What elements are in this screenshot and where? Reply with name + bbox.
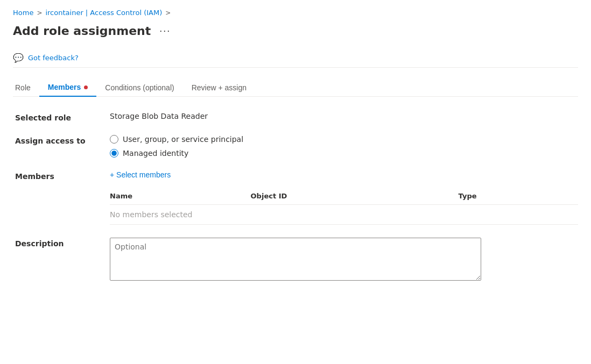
feedback-text: Got feedback?: [28, 54, 79, 62]
tab-members-dot: [84, 85, 88, 89]
tab-review[interactable]: Review + assign: [183, 78, 255, 96]
page-title: Add role assignment: [13, 24, 151, 38]
radio-managed-identity-label: Managed identity: [123, 149, 188, 158]
col-name: Name: [110, 188, 251, 205]
tab-members[interactable]: Members: [39, 78, 96, 97]
breadcrumb: Home > ircontainer | Access Control (IAM…: [13, 9, 578, 17]
radio-user-group-input[interactable]: [110, 135, 118, 144]
tab-review-label: Review + assign: [192, 83, 247, 92]
breadcrumb-container[interactable]: ircontainer | Access Control (IAM): [45, 9, 162, 17]
select-members-button[interactable]: + Select members: [110, 170, 171, 179]
page-title-row: Add role assignment ···: [13, 24, 578, 38]
selected-role-label: Selected role: [15, 112, 101, 122]
feedback-bar[interactable]: 💬 Got feedback?: [13, 48, 578, 68]
content-area: Selected role Storage Blob Data Reader A…: [13, 112, 578, 282]
members-label: Members: [15, 170, 101, 181]
selected-role-row: Selected role Storage Blob Data Reader: [15, 112, 578, 122]
tab-members-label: Members: [48, 83, 81, 91]
members-content: + Select members Name Object ID Type No …: [110, 170, 578, 225]
description-textarea[interactable]: [110, 238, 481, 281]
access-radio-group: User, group, or service principal Manage…: [110, 135, 243, 158]
assign-access-label: Assign access to: [15, 135, 101, 145]
more-options-button[interactable]: ···: [156, 24, 174, 38]
members-row: Members + Select members Name Object ID …: [15, 170, 578, 225]
breadcrumb-sep2: >: [165, 9, 171, 17]
feedback-icon: 💬: [13, 53, 24, 63]
table-header-row: Name Object ID Type: [110, 188, 578, 205]
selected-role-value: Storage Blob Data Reader: [110, 112, 208, 120]
table-row: No members selected: [110, 205, 578, 225]
description-row: Description: [15, 238, 578, 282]
members-table: Name Object ID Type No members selected: [110, 188, 578, 225]
radio-managed-identity[interactable]: Managed identity: [110, 149, 243, 158]
tab-role-label: Role: [15, 83, 31, 92]
no-members-cell: No members selected: [110, 205, 578, 225]
tab-conditions-label: Conditions (optional): [105, 83, 174, 92]
radio-user-group-label: User, group, or service principal: [123, 135, 243, 144]
description-content: [110, 238, 578, 282]
col-type: Type: [459, 188, 578, 205]
radio-user-group[interactable]: User, group, or service principal: [110, 135, 243, 144]
radio-managed-identity-input[interactable]: [110, 149, 118, 158]
col-object-id: Object ID: [251, 188, 459, 205]
description-label: Description: [15, 238, 101, 248]
breadcrumb-home[interactable]: Home: [13, 9, 33, 17]
breadcrumb-sep1: >: [37, 9, 42, 17]
tab-role[interactable]: Role: [13, 78, 39, 96]
tabs-container: Role Members Conditions (optional) Revie…: [13, 78, 578, 97]
tab-conditions[interactable]: Conditions (optional): [96, 78, 182, 96]
assign-access-row: Assign access to User, group, or service…: [15, 135, 578, 158]
